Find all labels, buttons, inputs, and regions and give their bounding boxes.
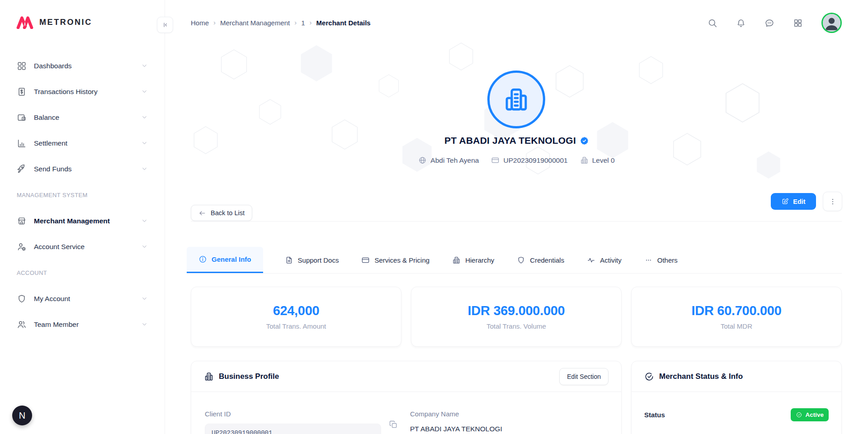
chevron-down-icon xyxy=(141,165,148,172)
metronic-logo-icon xyxy=(16,15,33,29)
edit-button-label: Edit xyxy=(793,198,805,205)
merchant-level: Level 0 xyxy=(580,156,615,165)
sidebar: METRONIC Dashboards Transactions History… xyxy=(0,0,165,434)
user-gear-icon xyxy=(17,242,27,252)
merchant-status-card: Merchant Status & Info Status Active Pro… xyxy=(631,361,842,434)
chevron-down-icon xyxy=(141,114,148,121)
business-profile-header: Business Profile Edit Section xyxy=(191,361,621,392)
chevron-down-icon xyxy=(141,295,148,302)
grid-icon xyxy=(17,61,27,71)
status-row: Status Active xyxy=(644,408,829,421)
sidebar-item-settlement[interactable]: Settlement xyxy=(0,130,165,156)
tab-services-pricing[interactable]: Services & Pricing xyxy=(360,247,430,273)
building-icon xyxy=(204,372,214,382)
search-icon[interactable] xyxy=(708,18,717,28)
tab-hierarchy[interactable]: Hierarchy xyxy=(451,247,495,273)
tab-others[interactable]: Others xyxy=(643,247,679,273)
back-to-list-label: Back to List xyxy=(211,209,245,217)
bar-chart-icon xyxy=(17,138,27,148)
breadcrumb-merchant-id[interactable]: 1 xyxy=(301,19,305,27)
tab-label: Services & Pricing xyxy=(374,256,429,264)
arrow-left-icon xyxy=(198,209,206,217)
check-circle-icon xyxy=(796,411,802,418)
sidebar-item-account-service[interactable]: Account Service xyxy=(0,234,165,259)
stat-label: Total Trans. Volume xyxy=(486,322,546,330)
edit-section-button[interactable]: Edit Section xyxy=(559,368,609,385)
tab-label: General Info xyxy=(212,255,251,263)
more-options-button[interactable] xyxy=(823,192,842,211)
person-photo-icon xyxy=(823,14,840,32)
status-label: Status xyxy=(644,411,665,419)
stat-value: 624,000 xyxy=(273,303,320,318)
sidebar-item-label: Merchant Management xyxy=(34,217,141,225)
floating-n-label: N xyxy=(19,410,25,421)
merchant-id-value: UP20230919000001 xyxy=(503,156,567,165)
tab-label: Credentials xyxy=(530,256,564,264)
sidebar-item-label: Dashboards xyxy=(34,62,141,70)
sidebar-item-team-member[interactable]: Team Member xyxy=(0,311,165,337)
chevron-down-icon xyxy=(141,62,148,69)
topbar-actions xyxy=(708,13,842,33)
sidebar-item-merchant-management[interactable]: Merchant Management xyxy=(0,208,165,234)
sidebar-item-label: Send Funds xyxy=(34,165,141,173)
breadcrumb-home[interactable]: Home xyxy=(191,19,209,27)
receipt-dollar-icon xyxy=(17,87,27,97)
brand-logo[interactable]: METRONIC xyxy=(0,0,165,29)
sidebar-item-dashboards[interactable]: Dashboards xyxy=(0,53,165,79)
back-to-list-button[interactable]: Back to List xyxy=(191,205,252,221)
stat-label: Total Trans. Amount xyxy=(266,322,326,330)
sidebar-item-send-funds[interactable]: Send Funds xyxy=(0,156,165,182)
stat-card-total-trans-amount: 624,000 Total Trans. Amount xyxy=(191,287,401,347)
tab-credentials[interactable]: Credentials xyxy=(516,247,565,273)
sidebar-nav: Dashboards Transactions History Balance … xyxy=(0,53,165,337)
client-id-input[interactable] xyxy=(205,424,381,434)
tab-label: Hierarchy xyxy=(465,256,494,264)
chat-icon[interactable] xyxy=(764,18,774,28)
sidebar-item-label: Balance xyxy=(34,113,141,122)
bell-icon[interactable] xyxy=(736,18,746,28)
tab-label: Activity xyxy=(600,256,622,264)
business-profile-card: Business Profile Edit Section Client ID … xyxy=(191,361,622,434)
stat-card-total-trans-volume: IDR 369.000.000 Total Trans. Volume xyxy=(411,287,622,347)
file-icon xyxy=(285,256,293,264)
edit-button[interactable]: Edit xyxy=(771,193,816,210)
pencil-square-icon xyxy=(781,198,789,205)
main-content: Home › Merchant Management › 1 › Merchan… xyxy=(165,0,868,434)
tab-label: Others xyxy=(657,256,678,264)
sidebar-item-balance[interactable]: Balance xyxy=(0,104,165,130)
stats-row: 624,000 Total Trans. Amount IDR 369.000.… xyxy=(191,287,842,347)
status-badge: Active xyxy=(791,408,829,421)
globe-icon xyxy=(418,156,427,165)
tabs-bar: General Info Support Docs Services & Pri… xyxy=(187,247,842,274)
building-icon xyxy=(452,256,461,264)
tab-support-docs[interactable]: Support Docs xyxy=(284,247,340,273)
brand-name: METRONIC xyxy=(39,18,92,27)
sidebar-item-my-account[interactable]: My Account xyxy=(0,286,165,311)
shop-icon xyxy=(17,216,27,226)
merchant-meta-row: Abdi Teh Ayena UP20230919000001 Level 0 xyxy=(165,156,868,165)
card-icon xyxy=(361,256,370,264)
collapse-sidebar-icon xyxy=(161,21,169,29)
floating-n-button[interactable]: N xyxy=(12,406,32,425)
company-name-label: Company Name xyxy=(410,410,502,418)
card-icon xyxy=(491,156,500,165)
merchant-status-body: Status Active Production Active xyxy=(632,392,841,434)
chevron-down-icon xyxy=(141,321,148,328)
apps-grid-icon[interactable] xyxy=(793,18,803,28)
merchant-owner-name: Abdi Teh Ayena xyxy=(430,156,479,165)
sidebar-collapse-button[interactable] xyxy=(157,17,173,33)
building-icon xyxy=(502,85,530,113)
tab-general-info[interactable]: General Info xyxy=(187,247,263,273)
merchant-id: UP20230919000001 xyxy=(491,156,567,165)
sidebar-item-label: Team Member xyxy=(34,321,141,329)
building-icon xyxy=(580,156,589,165)
breadcrumb-merchant-management[interactable]: Merchant Management xyxy=(220,19,290,27)
chevron-right-icon: › xyxy=(213,19,216,26)
sidebar-section-management-system: MANAGEMENT SYSTEM xyxy=(0,182,165,208)
user-avatar[interactable] xyxy=(821,13,842,33)
tab-activity[interactable]: Activity xyxy=(586,247,623,273)
stat-card-total-mdr: IDR 60.700.000 Total MDR xyxy=(631,287,842,347)
sidebar-item-transactions-history[interactable]: Transactions History xyxy=(0,79,165,104)
pulse-icon xyxy=(587,256,595,264)
copy-button[interactable] xyxy=(389,420,398,429)
